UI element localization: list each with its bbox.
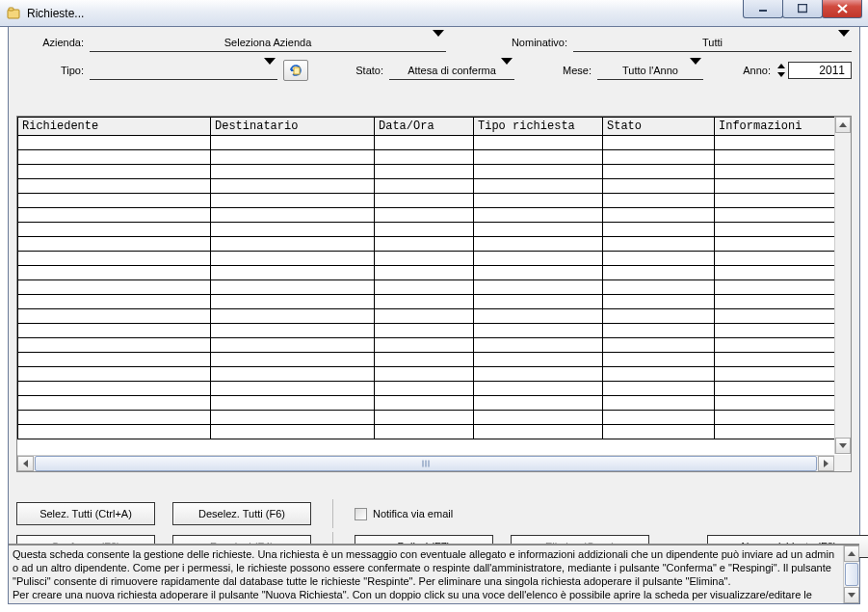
stato-label: Stato: [345, 65, 383, 76]
scroll-up-icon[interactable] [844, 545, 859, 562]
azienda-label: Azienda: [16, 37, 84, 48]
chevron-down-icon [264, 65, 276, 76]
table-row[interactable] [18, 165, 853, 179]
azienda-combo[interactable]: Seleziona Azienda [90, 33, 446, 52]
table-row[interactable] [18, 367, 853, 382]
table-row[interactable] [18, 223, 853, 237]
mese-combo[interactable]: Tutto l'Anno [597, 61, 703, 80]
scroll-down-icon[interactable] [835, 438, 851, 454]
scroll-left-icon[interactable] [17, 456, 34, 471]
titlebar: Richieste... [0, 0, 868, 27]
chevron-down-icon [838, 37, 850, 48]
vertical-scrollbar[interactable] [834, 117, 851, 454]
table-row[interactable] [18, 208, 853, 223]
scroll-down-icon[interactable] [844, 587, 859, 603]
stato-combo[interactable]: Attesa di conferma [389, 61, 514, 80]
chevron-down-icon [433, 37, 444, 48]
maximize-button[interactable] [782, 0, 823, 18]
table-row[interactable] [18, 353, 853, 367]
close-button[interactable] [822, 0, 862, 18]
year-up-button[interactable] [776, 62, 786, 70]
table-row[interactable] [18, 295, 853, 309]
anno-input[interactable]: 2011 [788, 62, 852, 79]
deselect-all-button[interactable]: Deselez. Tutti (F6) [172, 502, 311, 525]
nominativo-label: Nominativo: [487, 37, 567, 48]
table-row[interactable] [18, 411, 853, 425]
azienda-value: Seleziona Azienda [224, 37, 312, 48]
table-row[interactable] [18, 309, 853, 324]
table-row[interactable] [18, 136, 853, 150]
help-scrollbar[interactable] [843, 545, 859, 603]
table-row[interactable] [18, 150, 853, 165]
client-area: Azienda: Seleziona Azienda Nominativo: T… [8, 27, 860, 604]
mese-value: Tutto l'Anno [622, 65, 678, 76]
mese-label: Mese: [553, 65, 592, 76]
help-text: Questa scheda consente la gestione delle… [13, 547, 855, 603]
svg-rect-2 [759, 10, 767, 12]
horizontal-scrollbar[interactable] [17, 455, 834, 471]
scroll-thumb[interactable] [35, 456, 817, 471]
window-title: Richieste... [27, 7, 84, 20]
table-row[interactable] [18, 237, 853, 252]
tipo-label: Tipo: [16, 65, 84, 76]
table-row[interactable] [18, 396, 853, 411]
refresh-button[interactable] [283, 60, 308, 81]
anno-value: 2011 [819, 64, 845, 77]
select-all-button[interactable]: Selez. Tutti (Ctrl+A) [16, 502, 155, 525]
stato-value: Attesa di conferma [408, 65, 496, 76]
app-icon [6, 6, 21, 21]
notify-email-label: Notifica via email [373, 508, 453, 519]
table-row[interactable] [18, 324, 853, 338]
table-row[interactable] [18, 194, 853, 208]
table-row[interactable] [18, 382, 853, 396]
table-row[interactable] [18, 280, 853, 295]
column-header[interactable]: Tipo richiesta [474, 118, 603, 136]
column-header[interactable]: Destinatario [211, 118, 375, 136]
svg-rect-4 [294, 67, 300, 74]
chevron-down-icon [690, 65, 701, 76]
scroll-up-icon[interactable] [835, 117, 851, 133]
checkbox-icon [355, 508, 367, 520]
tipo-combo[interactable] [90, 61, 277, 80]
table-row[interactable] [18, 425, 853, 439]
column-header[interactable]: Data/Ora [375, 118, 474, 136]
table-row[interactable] [18, 266, 853, 280]
chevron-down-icon [501, 65, 513, 76]
notify-email-checkbox[interactable]: Notifica via email [355, 508, 453, 520]
nominativo-value: Tutti [702, 37, 723, 48]
requests-grid[interactable]: RichiedenteDestinatarioData/OraTipo rich… [16, 116, 852, 472]
table-row[interactable] [18, 252, 853, 266]
minimize-button[interactable] [743, 0, 783, 18]
scroll-corner [834, 455, 851, 471]
separator [332, 499, 333, 528]
scroll-right-icon[interactable] [818, 456, 834, 471]
scroll-thumb[interactable] [845, 563, 858, 586]
table-row[interactable] [18, 338, 853, 353]
svg-rect-1 [9, 8, 13, 11]
column-header[interactable]: Richiedente [18, 118, 211, 136]
year-down-button[interactable] [776, 70, 786, 79]
nominativo-combo[interactable]: Tutti [573, 33, 852, 52]
table-row[interactable] [18, 179, 853, 194]
column-header[interactable]: Informazioni [715, 118, 853, 136]
svg-rect-3 [799, 4, 807, 12]
help-panel: Questa scheda consente la gestione delle… [9, 544, 859, 603]
anno-label: Anno: [732, 65, 771, 76]
column-header[interactable]: Stato [603, 118, 715, 136]
